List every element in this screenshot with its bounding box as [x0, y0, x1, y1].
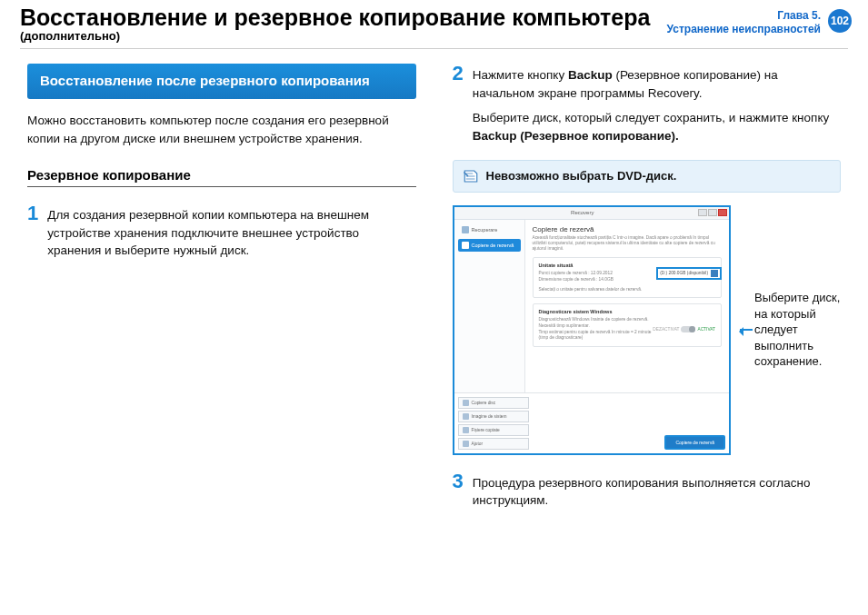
close-button[interactable] [718, 209, 727, 216]
disk-callout-text: Выберите диск, на который следует выполн… [754, 290, 841, 370]
note-box: Невозможно выбрать DVD-диск. [453, 160, 842, 193]
backup-icon [462, 242, 469, 249]
recovery-app-window: Recovery Recuperare [453, 205, 732, 455]
step-text: Нажмите кнопку Backup (Резервное копиров… [473, 64, 841, 144]
step-number: 3 [453, 471, 464, 510]
sidebar-item-label: Copiere de rezervă [472, 243, 514, 248]
app-bottom-bar: Copiere disc Imagine de sistem Fișiere c… [454, 392, 730, 453]
help-button[interactable]: Ajutor [458, 438, 529, 450]
main-heading: Copiere de rezervă [533, 225, 723, 233]
app-title: Recovery [467, 210, 699, 215]
button-label: Copiere disc [472, 401, 496, 405]
note-icon [463, 168, 479, 184]
step-text: Процедура резервного копирования выполня… [473, 471, 841, 510]
step-number: 2 [453, 64, 464, 144]
left-column: Восстановление после резервного копирова… [27, 64, 416, 523]
chapter-label: Глава 5. Устранение неисправностей [667, 9, 821, 36]
app-main: Copiere de rezervă Această funcționalita… [525, 220, 730, 392]
panel-line: Timp estimat pentru copie de rezervă în … [539, 330, 653, 342]
bold-term: Backup (Резервное копирование). [473, 129, 679, 143]
sidebar-item-recovery[interactable]: Recuperare [458, 223, 521, 236]
step-number: 1 [27, 203, 38, 260]
page-number-badge: 102 [828, 9, 852, 33]
button-label: Fișiere copiate [472, 428, 500, 432]
minimize-button[interactable] [698, 209, 707, 216]
panel-line: Diagnostichează Windows înainte de copie… [539, 317, 653, 323]
note-text: Невозможно выбрать DVD-диск. [486, 169, 677, 183]
chapter-line-2: Устранение неисправностей [667, 23, 821, 36]
subsection-heading: Резервное копирование [27, 167, 416, 187]
toggle-off-label: DEZACTIVAT [653, 327, 679, 332]
disk-select-dropdown[interactable]: (D:) 200.0GB (disponibil) [656, 267, 722, 280]
toggle-on-label: ACTIVAT [697, 327, 715, 332]
page-subtitle: (дополнительно) [20, 29, 667, 43]
button-label: Ajutor [472, 441, 484, 446]
step-text: Для создания резервной копии компьютера … [47, 203, 415, 260]
button-label: Imagine de sistem [472, 414, 507, 419]
bold-term: Backup [568, 68, 613, 82]
system-image-button[interactable]: Imagine de sistem [458, 411, 529, 422]
main-description: Această funcționalitate stochează partiț… [533, 235, 723, 253]
disc-icon [463, 400, 469, 406]
sidebar-item-backup[interactable]: Copiere de rezervă [458, 239, 521, 252]
image-icon [463, 413, 469, 420]
sidebar-item-label: Recuperare [472, 227, 498, 233]
step-1: 1 Для создания резервной копии компьютер… [27, 203, 416, 260]
text-fragment: Нажмите кнопку [473, 68, 568, 82]
app-titlebar: Recovery [454, 207, 730, 220]
maximize-button[interactable] [708, 209, 717, 216]
page-title: Восстановление и резервное копирование к… [20, 5, 667, 29]
chapter-line-1: Глава 5. [667, 9, 821, 23]
app-sidebar: Recuperare Copiere de rezervă [454, 220, 525, 392]
files-icon [463, 427, 469, 433]
text-fragment: Выберите диск, который следует сохранить… [473, 111, 829, 124]
arrow-left-icon [740, 329, 753, 331]
panel-diagnostics: Diagnosticare sistem Windows Diagnostich… [533, 303, 723, 347]
copy-disc-button[interactable]: Copiere disc [458, 397, 529, 409]
section-callout: Восстановление после резервного копирова… [27, 64, 416, 99]
panel-line: Necesită timp suplimentar. [539, 323, 653, 330]
help-icon [463, 441, 469, 447]
backup-button[interactable]: Copiere de rezervă [664, 435, 725, 450]
right-column: 2 Нажмите кнопку Backup (Резервное копир… [453, 64, 842, 523]
chevron-down-icon [711, 270, 718, 277]
recovery-icon [462, 226, 469, 233]
copied-files-button[interactable]: Fișiere copiate [458, 424, 529, 436]
toggle-pill-icon [681, 326, 695, 332]
panel-line: Selectați o unitate pentru salvarea date… [539, 287, 716, 293]
panel-title: Diagnosticare sistem Windows [539, 309, 716, 314]
intro-paragraph: Можно восстановить компьютер после созда… [27, 112, 416, 147]
diagnostics-toggle[interactable]: DEZACTIVAT ACTIVAT [653, 326, 715, 332]
disk-select-label: (D:) 200.0GB (disponibil) [660, 271, 708, 275]
step-2: 2 Нажмите кнопку Backup (Резервное копир… [453, 64, 842, 144]
step-3: 3 Процедура резервного копирования выпол… [453, 471, 842, 510]
